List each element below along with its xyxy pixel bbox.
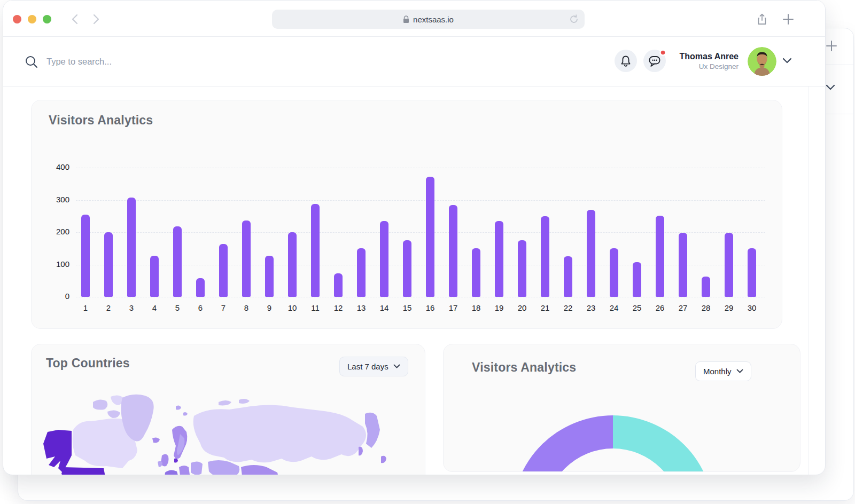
bar-day-16[interactable] [426, 177, 434, 297]
map-region-island[interactable] [93, 399, 107, 410]
map-region-sakhalin[interactable] [359, 447, 363, 456]
bar-day-23[interactable] [587, 210, 595, 297]
donut-chart [444, 344, 800, 472]
x-axis-label-18: 18 [467, 303, 485, 312]
x-axis-label-19: 19 [490, 303, 508, 312]
lock-icon [403, 15, 409, 23]
chevron-down-icon [393, 364, 400, 369]
bar-day-24[interactable] [610, 248, 618, 297]
bar-day-17[interactable] [449, 205, 457, 297]
x-axis-label-15: 15 [398, 303, 416, 312]
search-input[interactable] [45, 54, 270, 69]
bar-day-4[interactable] [150, 256, 159, 297]
new-tab-plus-icon[interactable] [782, 13, 795, 26]
map-region-svalbard[interactable] [176, 405, 181, 410]
filter-label: Last 7 days [347, 362, 388, 371]
bar-day-25[interactable] [633, 262, 641, 297]
traffic-light-close[interactable] [13, 15, 21, 23]
bar-day-18[interactable] [472, 248, 480, 297]
bar-day-2[interactable] [104, 232, 113, 297]
map-region-arctic-island[interactable] [239, 399, 250, 404]
reload-icon[interactable] [569, 14, 579, 25]
y-axis-label-300: 300 [38, 195, 69, 204]
map-region-island[interactable] [107, 410, 120, 418]
bar-day-19[interactable] [495, 221, 503, 297]
bar-day-8[interactable] [242, 220, 251, 297]
x-axis-label-8: 8 [237, 303, 255, 312]
address-bar[interactable]: nextsaas.io [272, 10, 585, 29]
x-axis-label-14: 14 [375, 303, 393, 312]
map-region-iceland[interactable] [152, 437, 160, 443]
y-axis-label-100: 100 [38, 259, 69, 269]
visitors-donut-card: Visitors Analytics Monthly [443, 344, 800, 472]
map-region-china[interactable] [241, 465, 278, 475]
bar-day-15[interactable] [403, 240, 411, 297]
back-window-new-tab-plus-icon[interactable] [826, 40, 837, 52]
bar-day-1[interactable] [81, 215, 90, 297]
x-axis-label-28: 28 [697, 303, 715, 312]
bar-day-20[interactable] [518, 240, 526, 297]
bar-day-28[interactable] [702, 277, 710, 297]
share-icon[interactable] [756, 13, 768, 26]
map-region-alaska[interactable] [43, 430, 72, 472]
bar-day-14[interactable] [380, 221, 388, 297]
browser-window: nextsaas.io [3, 0, 826, 475]
map-region-ireland[interactable] [158, 461, 162, 467]
search-icon[interactable] [25, 55, 38, 69]
bar-day-3[interactable] [127, 198, 136, 297]
x-axis-label-2: 2 [99, 303, 118, 312]
top-countries-filter-dropdown[interactable]: Last 7 days [339, 357, 408, 376]
map-region-kazakhstan[interactable] [208, 460, 239, 475]
bar-day-6[interactable] [196, 278, 205, 297]
bar-day-21[interactable] [541, 216, 549, 297]
bar-day-11[interactable] [311, 204, 320, 297]
bar-day-12[interactable] [334, 273, 343, 297]
map-region-france[interactable] [165, 470, 179, 475]
forward-arrow-icon[interactable] [90, 13, 102, 25]
donut-segment-left[interactable] [512, 415, 613, 472]
y-axis-label-200: 200 [38, 227, 69, 236]
map-region-denmark[interactable] [174, 459, 178, 463]
bar-day-7[interactable] [219, 244, 228, 297]
map-region-eastern-europe[interactable] [191, 461, 203, 475]
gridline-y-0 [76, 297, 765, 297]
avatar-image [748, 47, 776, 76]
map-region-kamchatka[interactable] [365, 413, 380, 448]
bar-day-29[interactable] [725, 233, 733, 297]
bar-day-27[interactable] [679, 233, 687, 297]
avatar[interactable] [748, 47, 776, 76]
bar-day-5[interactable] [173, 226, 182, 297]
messages-button[interactable] [643, 50, 666, 72]
world-map-choropleth[interactable] [42, 392, 416, 475]
user-info[interactable]: Thomas Anree Ux Designer [679, 51, 739, 72]
map-region-russia[interactable] [193, 405, 366, 462]
bar-day-22[interactable] [564, 256, 572, 297]
x-axis-label-30: 30 [743, 303, 761, 312]
donut-segment-right[interactable] [613, 415, 714, 472]
x-axis-label-6: 6 [191, 303, 209, 312]
x-axis-label-9: 9 [260, 303, 278, 312]
bar-day-30[interactable] [748, 248, 756, 297]
traffic-light-zoom[interactable] [43, 15, 51, 23]
map-region-japan[interactable] [381, 456, 386, 463]
bar-day-13[interactable] [357, 248, 366, 297]
x-axis-label-10: 10 [283, 303, 301, 312]
top-countries-card: Top Countries Last 7 days [31, 344, 425, 475]
y-axis-label-400: 400 [38, 162, 69, 171]
back-window-chevron-down-icon[interactable] [825, 84, 836, 91]
dashboard-header: Thomas Anree Ux Designer [3, 37, 825, 86]
bar-day-10[interactable] [288, 232, 297, 297]
map-region-svalbard[interactable] [183, 412, 188, 416]
back-arrow-icon[interactable] [69, 13, 81, 25]
x-axis-label-11: 11 [306, 303, 324, 312]
bar-day-9[interactable] [265, 256, 274, 297]
url-text: nextsaas.io [413, 15, 454, 24]
map-region-germany[interactable] [179, 466, 190, 475]
map-region-arctic-island[interactable] [219, 400, 231, 405]
traffic-light-minimize[interactable] [28, 15, 36, 23]
notifications-button[interactable] [615, 50, 637, 72]
x-axis-label-29: 29 [720, 303, 738, 312]
map-region-united-states[interactable] [61, 467, 105, 475]
profile-chevron-down-icon[interactable] [782, 57, 792, 65]
bar-day-26[interactable] [656, 216, 664, 297]
